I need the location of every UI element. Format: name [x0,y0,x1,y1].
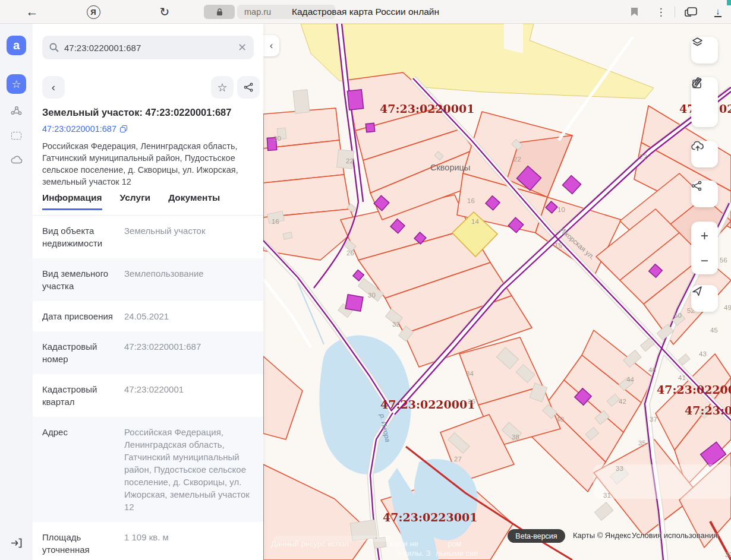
info-row: Дата присвоения24.05.2021 [33,301,263,331]
share-icon [244,83,254,92]
navigation-arrow-icon [691,285,703,297]
map-share-button[interactable] [691,181,718,207]
info-row-label: Вид земельного участка [42,267,115,292]
lot-number-label: 10 [557,206,565,213]
map-disclaimer-text: й силы. З [397,549,431,558]
info-row: Кадастровый номер47:23:0220001:687 [33,331,263,374]
lot-number-label: 34 [466,370,474,377]
map-canvas[interactable]: 47:23:022000147:23:022000147:23:02230014… [263,24,731,560]
lot-number-label: 16 [272,218,279,225]
parcel-info-panel: ✕ ‹ ☆ Земельный участок: 47:23:0220001:6… [33,24,263,560]
lot-number-label: 22 [639,153,647,160]
lot-number-label: 56 [720,257,727,264]
browser-toolbar: ← Я ↻ map.ru Кадастровая карта России он… [0,0,731,24]
map-disclaimer-text: ром [448,539,461,548]
panel-back-button[interactable]: ‹ [42,76,65,99]
cadastral-quarter-label: 47:23:0220001 [380,102,474,115]
layers-icon [691,37,704,48]
info-row-value: 1 109 кв. м [115,531,254,556]
parcel-title: Земельный участок: 47:23:0220001:687 [42,107,256,118]
info-row-value: Землепользование [115,267,254,292]
bookmark-icon[interactable] [625,0,643,24]
cadastral-quarter-label: 47:23:022000 [657,383,731,396]
sidebar-item-cloud[interactable] [7,150,26,169]
sidebar-item-area-select[interactable] [7,126,26,145]
cloud-upload-icon [691,141,704,152]
lot-number-label: 42 [619,398,626,405]
lot-number-label: 37 [650,416,657,423]
info-row: Вид объекта недвижимостиЗемельный участо… [33,216,263,258]
info-row-label: Площадь уточненная [42,531,115,556]
zoom-in-button[interactable]: + [691,223,718,248]
zoom-out-button[interactable]: − [691,248,718,273]
panel-header-actions: ‹ ☆ [42,76,254,99]
downloads-button[interactable]: ↓ [708,0,727,24]
page-title: Кадастровая карта России онлайн [0,0,731,24]
sidebar-item-favorites[interactable]: ☆ [7,74,26,94]
sidebar-logout-button[interactable] [7,533,26,553]
lot-number-label: 35 [638,439,646,447]
maps-copyright-link[interactable]: Карты © Яндекс [573,531,631,540]
tab-services[interactable]: Услуги [120,192,151,210]
browser-menu-button[interactable]: ⋮ [654,0,668,24]
zoom-controls: + − [691,222,718,274]
tabs-panel-button[interactable] [681,0,701,24]
lot-number-label: 15 [554,242,562,249]
cadastral-number-link[interactable]: 47:23:0220001:687 [42,124,127,134]
toolbar-divider [675,7,675,17]
info-row: Вид земельного участкаЗемлепользование [33,258,263,301]
info-row-label: Адрес [42,426,115,513]
info-row-value: Российская Федерация, Ленинградская обла… [115,426,254,513]
info-row-value: 47:23:0220001:687 [115,340,254,365]
map-tools-group [691,77,718,127]
selection-box-icon [11,132,21,140]
lot-number-label: 30 [368,292,376,299]
info-row-label: Вид объекта недвижимости [42,224,115,249]
lot-number-label: 31 [603,492,611,499]
map-disclaimer-text: льными све [436,549,478,558]
exit-icon [11,538,22,548]
search-icon [49,43,59,52]
cadastral-quarter-label: 47:23:0220001 [380,398,475,411]
place-name-label: Скворицы [430,163,470,172]
info-row-label: Кадастровый квартал [42,383,115,408]
layers-button[interactable] [691,37,718,64]
app-logo[interactable]: a [7,36,26,55]
search-bar[interactable]: ✕ [42,36,254,59]
lot-number-label: 16 [467,197,475,204]
terms-of-use-link[interactable]: Условия использования [632,531,717,540]
parcel-address: Российская Федерация, Ленинградская обла… [42,140,250,188]
share-button[interactable] [237,76,260,99]
search-input[interactable] [64,43,238,53]
geolocation-button[interactable] [691,285,718,312]
tab-information[interactable]: Информация [42,192,102,210]
copy-icon[interactable] [120,125,127,132]
favorite-button[interactable]: ☆ [211,76,234,99]
cadastral-map[interactable]: 47:23:022000147:23:022000147:23:02230014… [263,24,731,560]
info-row-label: Кадастровый номер [42,340,115,365]
lot-number-label: 43 [699,350,707,357]
upload-button[interactable] [691,141,718,167]
lot-number-label: 32 [725,551,731,558]
lot-number-label: 45 [710,327,718,334]
draw-button[interactable] [691,102,718,127]
lot-number-label: 36 [468,398,475,405]
parcel-info-table: Вид объекта недвижимостиЗемельный участо… [33,216,263,560]
lot-number-label: 22 [513,156,521,163]
info-row-label: Дата присвоения [42,310,115,322]
info-row: АдресРоссийская Федерация, Ленинградская… [33,417,263,522]
lot-number-label: 22 [346,157,354,164]
lot-number-label: 40 [556,416,564,423]
sidebar-item-share[interactable] [7,101,26,121]
tab-documents[interactable]: Документы [168,192,220,210]
info-row-value: 24.05.2021 [115,310,254,322]
lot-number-label: 49 [724,304,731,311]
info-row-value: Земельный участок [115,224,254,249]
clear-search-icon[interactable]: ✕ [238,41,247,54]
lot-number-label: 41 [678,374,686,381]
share-icon [691,181,702,191]
map-disclaimer-text: Данный ресурс испол [271,539,349,548]
panel-collapse-button[interactable]: ‹ [263,35,279,56]
lot-number-label: 26 [346,249,354,257]
window-corner-accent [727,0,731,5]
